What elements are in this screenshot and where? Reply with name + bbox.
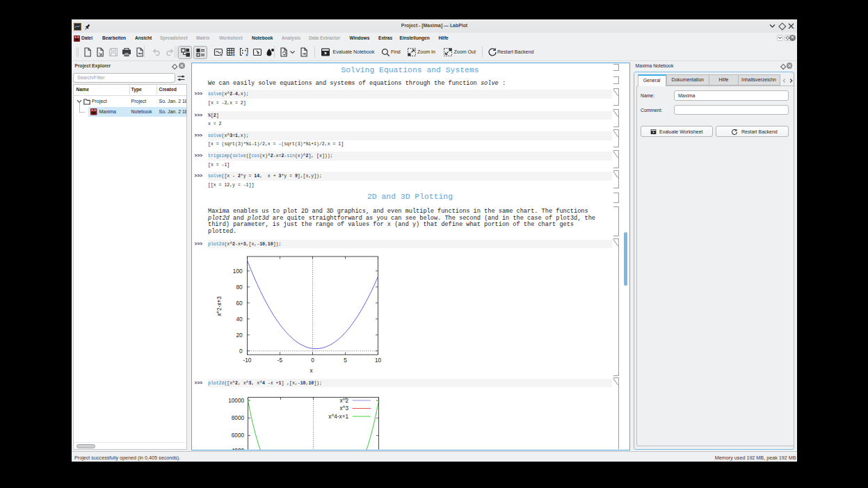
svg-text:10000: 10000 — [228, 398, 244, 404]
svg-text:x^2: x^2 — [340, 398, 349, 404]
svg-text:4000: 4000 — [232, 448, 245, 450]
svg-text:10: 10 — [375, 357, 382, 364]
svg-text:x^2-x+3: x^2-x+3 — [216, 296, 223, 316]
svg-text:80: 80 — [236, 284, 243, 291]
svg-text:40: 40 — [236, 316, 243, 323]
svg-text:60: 60 — [236, 300, 243, 307]
svg-text:100: 100 — [233, 268, 243, 275]
svg-text:6000: 6000 — [232, 432, 245, 439]
svg-text:20: 20 — [236, 332, 243, 339]
svg-text:x^4-x+1: x^4-x+1 — [328, 414, 348, 420]
svg-text:0: 0 — [239, 348, 243, 355]
svg-text:-5: -5 — [278, 357, 283, 364]
svg-text:x: x — [310, 368, 312, 374]
svg-text:8000: 8000 — [232, 415, 245, 421]
svg-text:0: 0 — [311, 357, 314, 364]
svg-text:x^3: x^3 — [340, 405, 349, 412]
svg-text:-10: -10 — [243, 357, 252, 364]
svg-text:5: 5 — [344, 357, 347, 364]
